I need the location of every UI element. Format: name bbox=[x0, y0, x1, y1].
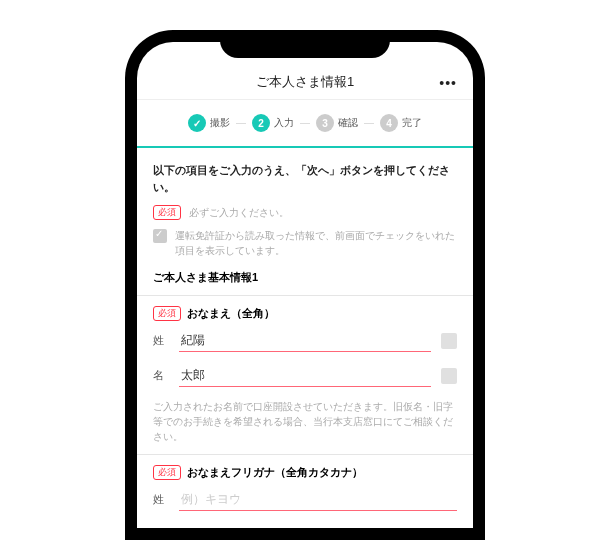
name-field: 必須 おなまえ（全角） 姓 名 ご入力されたお名前で口座開設させていただきます。… bbox=[153, 296, 457, 444]
field-label: おなまえ（全角） bbox=[187, 306, 275, 321]
step-4: 4 完了 bbox=[380, 114, 422, 132]
step-circle-pending: 4 bbox=[380, 114, 398, 132]
input-prefix-sei: 姓 bbox=[153, 492, 169, 507]
helper-text: ご入力されたお名前で口座開設させていただきます。旧仮名・旧字等でのお手続きを希望… bbox=[153, 399, 457, 444]
legend-text: 運転免許証から読み取った情報で、前画面でチェックをいれた項目を表示しています。 bbox=[175, 228, 457, 258]
required-badge: 必須 bbox=[153, 465, 181, 480]
step-circle-active: 2 bbox=[252, 114, 270, 132]
phone-frame: ご本人さま情報1 ••• ✓ 撮影 2 入力 3 確認 4 完了 bbox=[125, 30, 485, 540]
surname-input[interactable] bbox=[179, 329, 431, 352]
legend-ocr: 運転免許証から読み取った情報で、前画面でチェックをいれた項目を表示しています。 bbox=[153, 228, 457, 258]
ocr-mark-icon bbox=[441, 333, 457, 349]
legend-text: 必ずご入力ください。 bbox=[189, 205, 289, 220]
legend-required: 必須 必ずご入力ください。 bbox=[153, 205, 457, 220]
givenname-kana-input[interactable] bbox=[179, 523, 457, 528]
step-1: ✓ 撮影 bbox=[188, 114, 230, 132]
input-prefix-sei: 姓 bbox=[153, 333, 169, 348]
surname-kana-input[interactable] bbox=[179, 488, 457, 511]
ocr-check-icon bbox=[153, 229, 167, 243]
step-separator bbox=[300, 123, 310, 124]
form-content[interactable]: 以下の項目をご入力のうえ、「次へ」ボタンを押してください。 必須 必ずご入力くだ… bbox=[137, 148, 473, 528]
more-button[interactable]: ••• bbox=[439, 75, 457, 91]
step-3: 3 確認 bbox=[316, 114, 358, 132]
input-prefix-mei: 名 bbox=[153, 368, 169, 383]
section-title: ご本人さま基本情報1 bbox=[153, 270, 457, 285]
step-circle-done: ✓ bbox=[188, 114, 206, 132]
ocr-mark-icon bbox=[441, 368, 457, 384]
input-prefix-mei: 名 bbox=[153, 527, 169, 528]
stepper: ✓ 撮影 2 入力 3 確認 4 完了 bbox=[137, 100, 473, 148]
instructions-text: 以下の項目をご入力のうえ、「次へ」ボタンを押してください。 bbox=[153, 162, 457, 195]
step-separator bbox=[236, 123, 246, 124]
page-title: ご本人さま情報1 bbox=[256, 73, 354, 91]
required-badge: 必須 bbox=[153, 205, 181, 220]
step-label: 入力 bbox=[274, 116, 294, 130]
screen: ご本人さま情報1 ••• ✓ 撮影 2 入力 3 確認 4 完了 bbox=[137, 42, 473, 528]
step-label: 完了 bbox=[402, 116, 422, 130]
step-circle-pending: 3 bbox=[316, 114, 334, 132]
field-label: おなまえフリガナ（全角カタカナ） bbox=[187, 465, 363, 480]
step-2: 2 入力 bbox=[252, 114, 294, 132]
step-label: 確認 bbox=[338, 116, 358, 130]
required-badge: 必須 bbox=[153, 306, 181, 321]
givenname-input[interactable] bbox=[179, 364, 431, 387]
kana-field: 必須 おなまえフリガナ（全角カタカナ） 姓 名 bbox=[153, 455, 457, 528]
phone-notch bbox=[220, 30, 390, 58]
step-separator bbox=[364, 123, 374, 124]
step-label: 撮影 bbox=[210, 116, 230, 130]
